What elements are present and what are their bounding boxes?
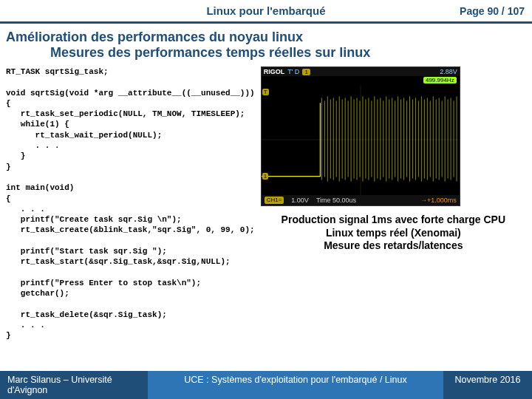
scope-frequency: 499.994Hz — [423, 77, 457, 83]
footer-date: Novembre 2016 — [443, 371, 532, 399]
scope-time-offset: →+1.000ms — [420, 197, 457, 204]
scope-ch1-label: CH1= — [265, 197, 284, 204]
scope-brand: RIGOL — [264, 68, 285, 75]
scope-ch-badge: 1 — [302, 69, 310, 75]
figure-caption: Production signal 1ms avec forte charge … — [261, 214, 526, 253]
footer-author: Marc Silanus – Université d'Avignon — [0, 371, 148, 399]
caption-line-2: Linux temps réel (Xenomai) — [261, 227, 526, 240]
scope-ch1-marker: 1 — [262, 173, 268, 180]
scope-header: RIGOL T' D 1 2.88V — [262, 67, 460, 76]
title-line-2: Mesures des performances temps réelles s… — [6, 45, 526, 61]
footer: Marc Silanus – Université d'Avignon UCE … — [0, 371, 532, 399]
code-listing: RT_TASK sqrtSig_task; void sqrtSig(void … — [6, 66, 255, 341]
oscilloscope-screenshot: RIGOL T' D 1 2.88V 499.994Hz T 1 — [261, 66, 460, 206]
scope-ch1-voltage: 1.00V — [291, 197, 309, 204]
right-column: RIGOL T' D 1 2.88V 499.994Hz T 1 — [261, 66, 526, 341]
scope-waveform: T 1 — [262, 84, 460, 195]
scope-footer: CH1= 1.00V Time 50.00us →+1.000ms — [262, 195, 460, 205]
caption-line-3: Mesure des retards/latences — [261, 239, 526, 253]
title-line-1: Amélioration des performances du noyau l… — [6, 30, 526, 45]
header: Linux pour l'embarqué Page 90 / 107 — [0, 0, 532, 24]
scope-trigger-marker: T — [262, 89, 269, 95]
doc-title: Linux pour l'embarqué — [7, 4, 525, 17]
waveform-svg — [262, 84, 460, 195]
scope-voltage-reading: 2.88V — [440, 68, 457, 75]
scope-mode: T' D — [287, 68, 299, 75]
section-titles: Amélioration des performances du noyau l… — [0, 24, 532, 64]
page-number: Page 90 / 107 — [460, 5, 525, 17]
caption-line-1: Production signal 1ms avec forte charge … — [261, 214, 526, 227]
scope-timebase: Time 50.00us — [316, 197, 356, 204]
footer-course: UCE : Systèmes d'exploitation pour l'emb… — [148, 371, 443, 399]
scope-subheader: 499.994Hz — [262, 76, 460, 84]
